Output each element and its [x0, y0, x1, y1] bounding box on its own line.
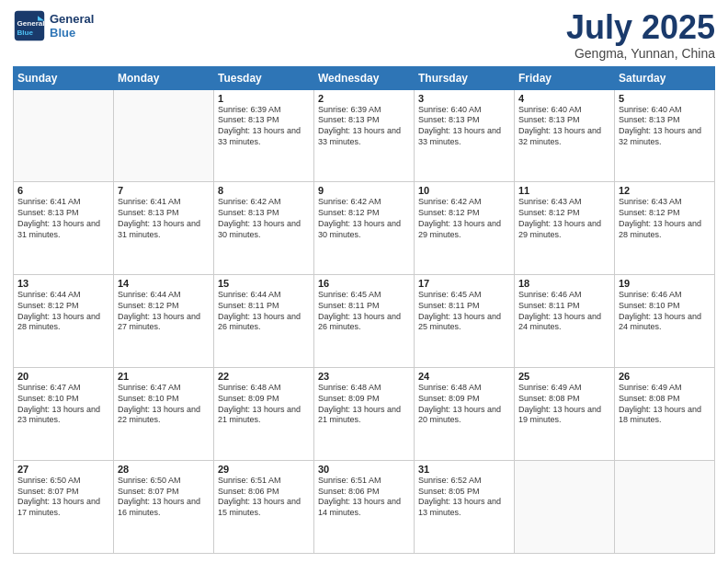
day-info: Sunrise: 6:40 AM Sunset: 8:13 PM Dayligh… [418, 105, 510, 148]
title-block: July 2025 Gengma, Yunnan, China [566, 9, 715, 61]
day-number: 16 [318, 278, 410, 289]
calendar-cell: 1Sunrise: 6:39 AM Sunset: 8:13 PM Daylig… [214, 89, 314, 182]
day-number: 27 [17, 464, 109, 475]
calendar-cell: 26Sunrise: 6:49 AM Sunset: 8:08 PM Dayli… [615, 368, 715, 461]
calendar-cell: 5Sunrise: 6:40 AM Sunset: 8:13 PM Daylig… [615, 89, 715, 182]
day-number: 10 [418, 185, 510, 196]
logo-icon: General Blue [13, 9, 46, 42]
day-info: Sunrise: 6:40 AM Sunset: 8:13 PM Dayligh… [518, 105, 610, 148]
day-number: 29 [218, 464, 310, 475]
calendar-cell: 28Sunrise: 6:50 AM Sunset: 8:07 PM Dayli… [114, 461, 214, 554]
calendar-week-row: 27Sunrise: 6:50 AM Sunset: 8:07 PM Dayli… [14, 461, 715, 554]
calendar-week-row: 6Sunrise: 6:41 AM Sunset: 8:13 PM Daylig… [14, 182, 715, 275]
day-info: Sunrise: 6:48 AM Sunset: 8:09 PM Dayligh… [218, 383, 310, 426]
main-title: July 2025 [566, 9, 715, 46]
calendar-cell: 22Sunrise: 6:48 AM Sunset: 8:09 PM Dayli… [214, 368, 314, 461]
day-number: 7 [118, 185, 210, 196]
day-number: 15 [218, 278, 310, 289]
calendar-cell: 2Sunrise: 6:39 AM Sunset: 8:13 PM Daylig… [314, 89, 415, 182]
day-info: Sunrise: 6:48 AM Sunset: 8:09 PM Dayligh… [318, 383, 410, 426]
day-info: Sunrise: 6:49 AM Sunset: 8:08 PM Dayligh… [619, 383, 711, 426]
day-info: Sunrise: 6:50 AM Sunset: 8:07 PM Dayligh… [118, 476, 210, 519]
calendar-cell [14, 89, 114, 182]
calendar-day-header: Sunday [14, 66, 114, 89]
day-info: Sunrise: 6:41 AM Sunset: 8:13 PM Dayligh… [118, 197, 210, 240]
calendar-cell: 30Sunrise: 6:51 AM Sunset: 8:06 PM Dayli… [314, 461, 415, 554]
day-number: 13 [17, 278, 109, 289]
day-info: Sunrise: 6:39 AM Sunset: 8:13 PM Dayligh… [318, 105, 410, 148]
day-info: Sunrise: 6:43 AM Sunset: 8:12 PM Dayligh… [518, 197, 610, 240]
day-number: 1 [218, 93, 310, 104]
day-info: Sunrise: 6:46 AM Sunset: 8:10 PM Dayligh… [619, 290, 711, 333]
calendar-cell: 31Sunrise: 6:52 AM Sunset: 8:05 PM Dayli… [415, 461, 515, 554]
calendar-week-row: 20Sunrise: 6:47 AM Sunset: 8:10 PM Dayli… [14, 368, 715, 461]
calendar-cell: 17Sunrise: 6:45 AM Sunset: 8:11 PM Dayli… [415, 275, 515, 368]
calendar-cell: 3Sunrise: 6:40 AM Sunset: 8:13 PM Daylig… [415, 89, 515, 182]
calendar-cell: 25Sunrise: 6:49 AM Sunset: 8:08 PM Dayli… [515, 368, 615, 461]
calendar-cell: 12Sunrise: 6:43 AM Sunset: 8:12 PM Dayli… [615, 182, 715, 275]
calendar-cell: 10Sunrise: 6:42 AM Sunset: 8:12 PM Dayli… [415, 182, 515, 275]
day-number: 2 [318, 93, 410, 104]
subtitle: Gengma, Yunnan, China [566, 46, 715, 61]
day-number: 17 [418, 278, 510, 289]
day-info: Sunrise: 6:51 AM Sunset: 8:06 PM Dayligh… [318, 476, 410, 519]
day-info: Sunrise: 6:42 AM Sunset: 8:12 PM Dayligh… [318, 197, 410, 240]
day-info: Sunrise: 6:47 AM Sunset: 8:10 PM Dayligh… [17, 383, 109, 426]
day-info: Sunrise: 6:44 AM Sunset: 8:11 PM Dayligh… [218, 290, 310, 333]
calendar-cell: 19Sunrise: 6:46 AM Sunset: 8:10 PM Dayli… [615, 275, 715, 368]
calendar-table: SundayMondayTuesdayWednesdayThursdayFrid… [13, 66, 715, 554]
calendar-day-header: Thursday [415, 66, 515, 89]
day-number: 18 [518, 278, 610, 289]
day-number: 30 [318, 464, 410, 475]
day-number: 19 [619, 278, 711, 289]
day-number: 28 [118, 464, 210, 475]
day-number: 8 [218, 185, 310, 196]
calendar-cell [615, 461, 715, 554]
calendar-cell: 8Sunrise: 6:42 AM Sunset: 8:13 PM Daylig… [214, 182, 314, 275]
calendar-cell: 21Sunrise: 6:47 AM Sunset: 8:10 PM Dayli… [114, 368, 214, 461]
day-number: 5 [619, 93, 711, 104]
calendar-cell: 11Sunrise: 6:43 AM Sunset: 8:12 PM Dayli… [515, 182, 615, 275]
day-info: Sunrise: 6:48 AM Sunset: 8:09 PM Dayligh… [418, 383, 510, 426]
day-info: Sunrise: 6:46 AM Sunset: 8:11 PM Dayligh… [518, 290, 610, 333]
day-info: Sunrise: 6:52 AM Sunset: 8:05 PM Dayligh… [418, 476, 510, 519]
day-info: Sunrise: 6:51 AM Sunset: 8:06 PM Dayligh… [218, 476, 310, 519]
day-number: 11 [518, 185, 610, 196]
calendar-day-header: Tuesday [214, 66, 314, 89]
day-info: Sunrise: 6:44 AM Sunset: 8:12 PM Dayligh… [118, 290, 210, 333]
calendar-cell: 9Sunrise: 6:42 AM Sunset: 8:12 PM Daylig… [314, 182, 415, 275]
day-number: 14 [118, 278, 210, 289]
calendar-cell: 18Sunrise: 6:46 AM Sunset: 8:11 PM Dayli… [515, 275, 615, 368]
day-number: 12 [619, 185, 711, 196]
calendar-cell: 15Sunrise: 6:44 AM Sunset: 8:11 PM Dayli… [214, 275, 314, 368]
day-info: Sunrise: 6:45 AM Sunset: 8:11 PM Dayligh… [418, 290, 510, 333]
calendar-cell: 23Sunrise: 6:48 AM Sunset: 8:09 PM Dayli… [314, 368, 415, 461]
day-number: 26 [619, 371, 711, 382]
day-info: Sunrise: 6:45 AM Sunset: 8:11 PM Dayligh… [318, 290, 410, 333]
calendar-day-header: Friday [515, 66, 615, 89]
calendar-week-row: 13Sunrise: 6:44 AM Sunset: 8:12 PM Dayli… [14, 275, 715, 368]
day-info: Sunrise: 6:47 AM Sunset: 8:10 PM Dayligh… [118, 383, 210, 426]
calendar-cell: 20Sunrise: 6:47 AM Sunset: 8:10 PM Dayli… [14, 368, 114, 461]
calendar-day-header: Monday [114, 66, 214, 89]
day-info: Sunrise: 6:43 AM Sunset: 8:12 PM Dayligh… [619, 197, 711, 240]
header: General Blue General Blue July 2025 Geng… [13, 9, 715, 61]
page: General Blue General Blue July 2025 Geng… [0, 0, 728, 563]
day-info: Sunrise: 6:49 AM Sunset: 8:08 PM Dayligh… [518, 383, 610, 426]
calendar-cell: 29Sunrise: 6:51 AM Sunset: 8:06 PM Dayli… [214, 461, 314, 554]
day-number: 20 [17, 371, 109, 382]
calendar-header-row: SundayMondayTuesdayWednesdayThursdayFrid… [14, 66, 715, 89]
calendar-cell: 4Sunrise: 6:40 AM Sunset: 8:13 PM Daylig… [515, 89, 615, 182]
calendar-cell: 27Sunrise: 6:50 AM Sunset: 8:07 PM Dayli… [14, 461, 114, 554]
calendar-cell [114, 89, 214, 182]
calendar-cell: 13Sunrise: 6:44 AM Sunset: 8:12 PM Dayli… [14, 275, 114, 368]
logo-text: General Blue [50, 12, 94, 40]
day-info: Sunrise: 6:50 AM Sunset: 8:07 PM Dayligh… [17, 476, 109, 519]
day-number: 25 [518, 371, 610, 382]
day-info: Sunrise: 6:44 AM Sunset: 8:12 PM Dayligh… [17, 290, 109, 333]
calendar-cell: 24Sunrise: 6:48 AM Sunset: 8:09 PM Dayli… [415, 368, 515, 461]
calendar-day-header: Wednesday [314, 66, 415, 89]
day-number: 31 [418, 464, 510, 475]
day-number: 24 [418, 371, 510, 382]
day-number: 4 [518, 93, 610, 104]
